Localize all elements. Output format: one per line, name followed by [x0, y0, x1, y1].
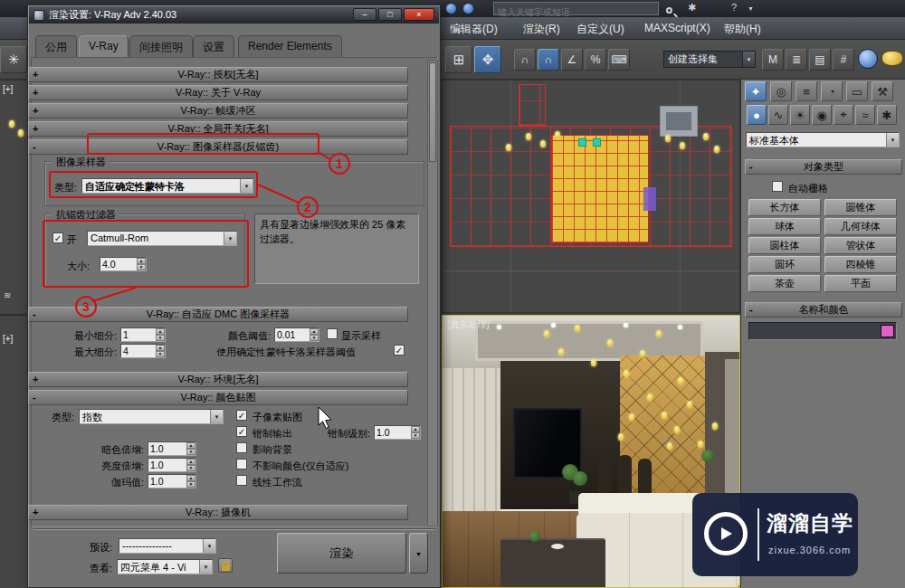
select-move-icon[interactable]: ✥	[474, 46, 501, 73]
bright-mult-field[interactable]: 1.0 ▲▼	[148, 458, 196, 472]
menu-customize[interactable]: 自定义(U)	[576, 22, 624, 37]
spin-up-icon[interactable]: ▲	[156, 328, 165, 335]
spin-down-icon[interactable]: ▼	[186, 449, 195, 455]
systems-category-icon[interactable]: ✱	[877, 105, 897, 125]
utilities-tab-icon[interactable]: ⚒	[872, 81, 893, 101]
spin-up-icon[interactable]: ▲	[186, 442, 195, 449]
affect-background-checkbox[interactable]	[236, 442, 247, 453]
helpers-category-icon[interactable]: ⌖	[834, 105, 853, 125]
clamp-level-field[interactable]: 1.0 ▲▼	[374, 425, 421, 440]
rollout-camera[interactable]: + V-Ray:: 摄像机	[28, 505, 408, 520]
tab-common[interactable]: 公用	[35, 35, 77, 57]
chevron-down-icon[interactable]: ▼	[210, 410, 223, 423]
infocenter-icon[interactable]	[445, 3, 457, 14]
layer-manager-icon[interactable]: ▤	[809, 49, 831, 71]
search-icon[interactable]	[666, 3, 672, 14]
viewport-front-wireframe[interactable]	[442, 80, 740, 313]
toolbar-left-fragment-icon[interactable]: ✳	[0, 46, 27, 73]
object-type-rollout[interactable]: - 对象类型	[745, 159, 902, 175]
teapot-button[interactable]: 茶壶	[748, 275, 821, 292]
autogrid-checkbox[interactable]	[772, 181, 783, 192]
object-color-swatch[interactable]	[881, 325, 894, 337]
shapes-category-icon[interactable]: ∿	[768, 105, 788, 125]
cameras-category-icon[interactable]: ◉	[812, 105, 832, 125]
spacewarps-category-icon[interactable]: ≈	[855, 105, 875, 125]
lights-category-icon[interactable]: ☀	[790, 105, 810, 125]
rollout-framebuffer[interactable]: + V-Ray:: 帧缓冲区	[28, 103, 408, 119]
name-color-rollout[interactable]: - 名称和颜色	[745, 302, 902, 318]
spin-down-icon[interactable]: ▼	[186, 481, 195, 488]
modify-tab-icon[interactable]: ◎	[770, 81, 792, 101]
viewport-label-bottom-left[interactable]: [+]	[3, 334, 13, 344]
dark-mult-field[interactable]: 1.0 ▲▼	[148, 441, 196, 456]
help-icon[interactable]: ?	[731, 2, 737, 13]
menu-editors[interactable]: 编辑器(D)	[450, 22, 498, 37]
minimize-button[interactable]: –	[353, 8, 376, 21]
sphere-button[interactable]: 球体	[748, 218, 821, 235]
spin-down-icon[interactable]: ▼	[186, 465, 195, 471]
spin-down-icon[interactable]: ▼	[156, 351, 165, 357]
snap-toggle-3d-icon[interactable]: ∩	[538, 49, 559, 71]
favorites-star-icon[interactable]: ✱	[688, 2, 696, 14]
render-button[interactable]: 渲染	[277, 533, 406, 574]
spinner[interactable]: ▲▼	[186, 442, 195, 455]
motion-tab-icon[interactable]: ◔	[821, 81, 843, 101]
view-lock-button[interactable]	[218, 558, 233, 573]
render-dropdown-button[interactable]: ▼	[409, 533, 428, 574]
rollout-authorization[interactable]: + V-Ray:: 授权[无名]	[28, 67, 408, 82]
chevron-down-icon[interactable]: ▼	[199, 560, 212, 574]
color-threshold-field[interactable]: 0.01 ▲▼	[274, 327, 319, 342]
viewport-label[interactable]: [真实处理]	[448, 318, 490, 331]
spin-up-icon[interactable]: ▲	[411, 426, 420, 432]
spinner[interactable]: ▲▼	[310, 328, 319, 341]
cone-button[interactable]: 圆锥体	[824, 199, 897, 216]
cmap-type-dropdown[interactable]: 指数 ▼	[79, 409, 224, 424]
close-button[interactable]: ×	[404, 8, 434, 21]
spinner[interactable]: ▲▼	[186, 459, 195, 471]
primitive-category-dropdown[interactable]: 标准基本体 ▼	[746, 132, 900, 147]
pyramid-button[interactable]: 四棱锥	[824, 256, 897, 273]
hierarchy-tab-icon[interactable]: ≡	[795, 81, 817, 101]
maximize-button[interactable]: □	[378, 8, 402, 21]
linear-workflow-checkbox[interactable]	[236, 475, 247, 486]
cylinder-button[interactable]: 圆柱体	[748, 237, 821, 254]
graph-editors-icon[interactable]: #	[833, 49, 854, 71]
dont-affect-colors-checkbox[interactable]	[236, 459, 247, 469]
plane-button[interactable]: 平面	[824, 275, 897, 292]
spin-up-icon[interactable]: ▲	[186, 475, 195, 481]
min-subdivs-field[interactable]: 1 ▲▼	[120, 327, 166, 342]
spin-up-icon[interactable]: ▲	[156, 345, 165, 351]
max-subdivs-field[interactable]: 4 ▲▼	[120, 344, 166, 358]
torus-button[interactable]: 圆环	[748, 256, 821, 273]
menu-maxscript[interactable]: MAXScript(X)	[644, 22, 710, 34]
chevron-down-icon[interactable]: ▼	[742, 52, 755, 67]
render-production-icon[interactable]	[881, 51, 903, 66]
menu-help[interactable]: 帮助(H)	[724, 22, 761, 37]
keyboard-override-icon[interactable]: ⌨	[608, 49, 630, 71]
viewport-label-top-left[interactable]: [+]	[3, 84, 13, 94]
angle-snap-icon[interactable]: ∠	[561, 49, 583, 71]
rollout-color-mapping[interactable]: - V-Ray:: 颜色贴图	[28, 390, 408, 405]
dialog-scrollbar[interactable]	[427, 60, 438, 526]
spin-down-icon[interactable]: ▼	[310, 335, 319, 341]
rollout-environment[interactable]: + V-Ray:: 环境[无名]	[28, 372, 408, 387]
subpixel-checkbox[interactable]: ✓	[236, 410, 247, 421]
help-dropdown-icon[interactable]: ▼	[748, 5, 754, 12]
chevron-down-icon[interactable]: ▼	[886, 133, 899, 147]
spinner[interactable]: ▲▼	[411, 426, 420, 439]
spin-down-icon[interactable]: ▼	[411, 432, 420, 439]
align-icon[interactable]: ≣	[786, 49, 807, 71]
display-tab-icon[interactable]: ▭	[846, 81, 868, 101]
spin-down-icon[interactable]: ▼	[156, 335, 165, 341]
spinner[interactable]: ▲▼	[156, 345, 165, 357]
geometry-category-icon[interactable]: ●	[747, 105, 767, 125]
view-dropdown[interactable]: 四元菜单 4 - Vi ▼	[117, 559, 213, 574]
menu-rendering[interactable]: 渲染(R)	[523, 22, 560, 37]
clamp-output-checkbox[interactable]: ✓	[236, 426, 247, 437]
spinner[interactable]: ▲▼	[156, 328, 165, 341]
show-samples-checkbox[interactable]	[327, 328, 338, 339]
percent-snap-icon[interactable]: %	[585, 49, 606, 71]
spin-up-icon[interactable]: ▲	[310, 328, 319, 335]
object-name-field[interactable]	[748, 322, 897, 340]
window-crossing-icon[interactable]: ⊞	[445, 46, 472, 73]
